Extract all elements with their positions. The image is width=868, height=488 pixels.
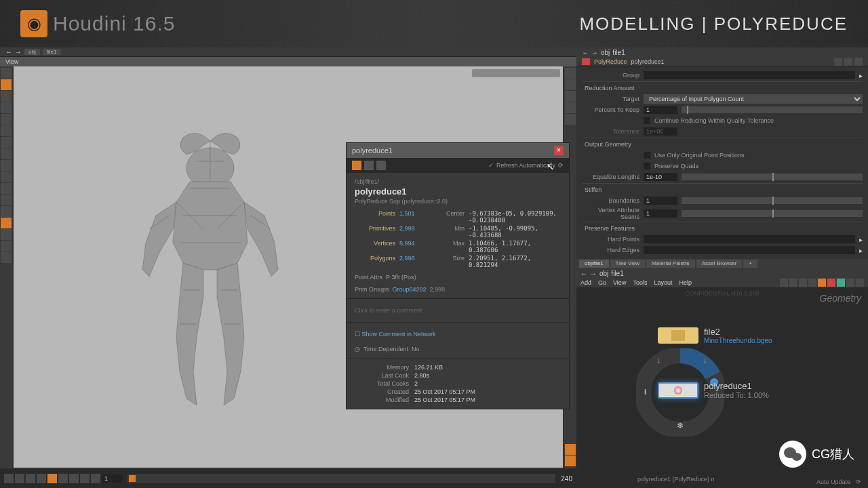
rtool-3[interactable] — [565, 91, 576, 102]
boundaries-input[interactable] — [644, 197, 677, 205]
menu-layout[interactable]: Layout — [654, 279, 672, 286]
shelf-tool-select[interactable] — [1, 102, 12, 113]
crumb-file1[interactable]: file1 — [612, 49, 625, 56]
shelf-tool-5[interactable] — [1, 114, 12, 125]
menu-tools[interactable]: Tools — [633, 279, 647, 286]
menu-view[interactable]: View — [613, 279, 626, 286]
tab-material-palette[interactable]: Material Palette — [646, 260, 695, 268]
group-input[interactable] — [644, 71, 855, 79]
menu-help[interactable]: Help — [679, 279, 692, 286]
help-icon[interactable] — [844, 58, 852, 66]
tab-asset-browser[interactable]: Asset Browser — [696, 260, 743, 268]
netview-icon-4[interactable] — [808, 279, 816, 287]
shelf-tool-16[interactable] — [1, 241, 12, 251]
show-comment-label[interactable]: Show Comment in Network — [362, 331, 436, 338]
selector-icon[interactable]: ▸ — [859, 236, 863, 243]
shelf-tool-12[interactable] — [1, 195, 12, 205]
rtool-2[interactable] — [565, 79, 576, 90]
timeline-frame-input[interactable] — [102, 474, 122, 483]
crumb-obj[interactable]: obj — [24, 49, 40, 55]
target-select[interactable]: Percentage of Input Polygon Count — [644, 94, 863, 104]
use-original-checkbox[interactable] — [644, 152, 650, 159]
timeline-play-rev-icon[interactable] — [37, 474, 46, 483]
percent-input[interactable] — [644, 106, 677, 114]
sync-icon[interactable]: ⟳ — [856, 479, 861, 485]
timeline-next-frame-icon[interactable] — [69, 474, 79, 483]
shelf-tool-17[interactable] — [1, 252, 12, 263]
forward-icon[interactable]: → — [15, 48, 22, 56]
tab-obj-file1[interactable]: obj/file1 — [579, 260, 609, 268]
home-icon[interactable] — [376, 161, 386, 170]
continue-reducing-checkbox[interactable] — [644, 117, 650, 124]
netview-icon-8[interactable] — [846, 279, 854, 287]
forward-icon[interactable]: → — [591, 49, 598, 56]
shelf-tool-11[interactable] — [1, 183, 12, 194]
netview-icon-7[interactable] — [837, 279, 845, 287]
shelf-tool-1[interactable] — [1, 68, 12, 79]
timeline-prev-frame-icon[interactable] — [26, 474, 35, 483]
netview-icon-2[interactable] — [789, 279, 797, 287]
netview-icon-3[interactable] — [799, 279, 807, 287]
shelf-tool-13[interactable] — [1, 206, 12, 217]
percent-slider[interactable] — [682, 106, 863, 113]
netview-icon-6[interactable] — [827, 279, 835, 287]
shelf-tool-2[interactable] — [1, 79, 12, 90]
group-selector-icon[interactable]: ▸ — [859, 72, 863, 79]
crumb-obj[interactable]: obj — [599, 270, 608, 277]
menu-add[interactable]: Add — [580, 279, 591, 286]
vertex-seams-slider[interactable] — [682, 210, 863, 217]
node-polyreduce1[interactable]: polyreduce1 Reduced To: 1.00% — [658, 381, 769, 399]
equalize-slider[interactable] — [682, 174, 863, 180]
back-icon[interactable]: ← — [582, 49, 589, 56]
pin-icon[interactable] — [854, 58, 863, 66]
hard-edges-input[interactable] — [644, 246, 855, 254]
timeline-play-icon[interactable] — [58, 474, 68, 483]
back-icon[interactable]: ← — [5, 48, 12, 56]
menu-go[interactable]: Go — [598, 279, 606, 286]
comment-field[interactable]: Click to enter a comment — [355, 304, 561, 317]
tab-add[interactable]: + — [743, 260, 757, 268]
shelf-tool-3[interactable] — [1, 91, 12, 102]
timeline-last-icon[interactable] — [91, 474, 100, 483]
rtool-5[interactable] — [565, 114, 576, 125]
pin-icon[interactable] — [364, 161, 374, 170]
netview-icon-5[interactable] — [818, 279, 826, 287]
tab-tree-view[interactable]: Tree View — [610, 260, 646, 268]
refresh-icon[interactable]: ⟳ — [558, 162, 564, 169]
checkbox-icon[interactable]: ☐ — [355, 331, 360, 338]
netview-icon-1[interactable] — [780, 279, 788, 287]
gear-icon[interactable] — [834, 58, 842, 66]
shelf-tool-7[interactable] — [1, 137, 12, 148]
hard-points-input[interactable] — [644, 235, 855, 243]
timeline-slider[interactable] — [127, 474, 555, 483]
close-button[interactable]: × — [554, 146, 564, 155]
timeline-stop-icon[interactable] — [47, 474, 57, 483]
boundaries-slider[interactable] — [682, 197, 863, 204]
selector-icon[interactable]: ▸ — [859, 247, 863, 254]
preserve-quads-checkbox[interactable] — [644, 163, 650, 169]
crumb-file1[interactable]: file1 — [611, 270, 623, 277]
shelf-tool-10[interactable] — [1, 171, 12, 182]
refresh-auto-label[interactable]: Refresh Automatically — [496, 162, 555, 169]
rtool-4[interactable] — [565, 102, 576, 113]
back-icon[interactable]: ← — [580, 270, 587, 277]
equalize-input[interactable] — [644, 173, 677, 181]
forward-icon[interactable]: → — [590, 270, 597, 277]
timeline-prev-key-icon[interactable] — [15, 474, 24, 483]
crumb-file1[interactable]: file1 — [43, 49, 61, 55]
node-name[interactable]: polyreduce1 — [631, 58, 665, 65]
rtool-1[interactable] — [565, 68, 576, 79]
crumb-obj[interactable]: obj — [601, 49, 610, 56]
shelf-tool-14[interactable] — [1, 218, 12, 228]
timeline-next-key-icon[interactable] — [80, 474, 90, 483]
rtool-display2-icon[interactable] — [565, 455, 576, 466]
shelf-tool-8[interactable] — [1, 148, 12, 159]
shelf-tool-9[interactable] — [1, 160, 12, 171]
node-file2[interactable]: file2 MinoThreehundo.bgeo — [658, 327, 772, 344]
rtool-display-icon[interactable] — [565, 444, 576, 455]
auto-update-label[interactable]: Auto Update — [816, 479, 850, 485]
netview-icon-9[interactable] — [856, 279, 864, 287]
vertex-seams-input[interactable] — [644, 209, 677, 218]
shelf-tool-15[interactable] — [1, 229, 12, 240]
shelf-tool-6[interactable] — [1, 125, 12, 136]
